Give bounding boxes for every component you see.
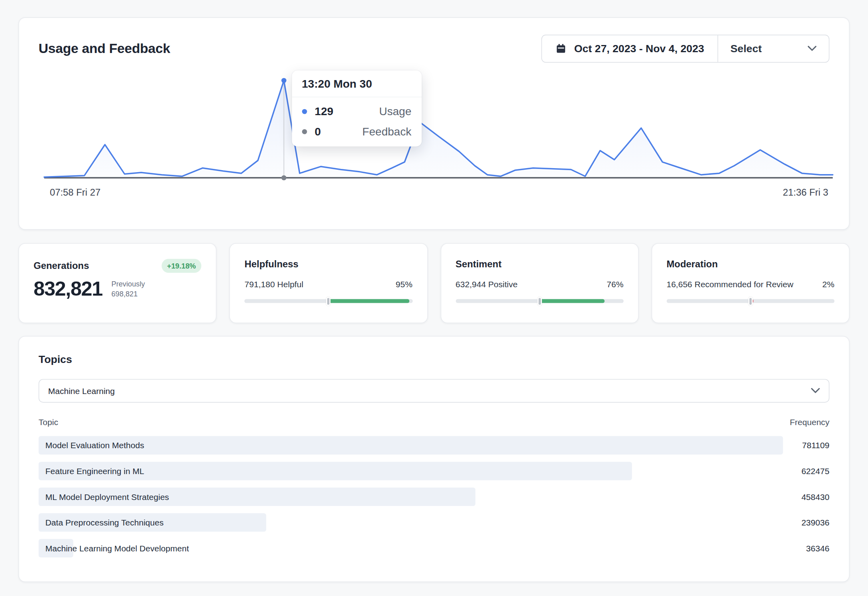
topics-title: Topics [39,353,829,366]
chart-tooltip: 13:20 Mon 30 129 Usage 0 Feedback [292,71,422,147]
chevron-down-icon [807,46,816,51]
x-axis-end-label: 21:36 Fri 3 [783,187,828,198]
slider-track [245,299,412,303]
generations-card: Generations +19.18% 832,821 Previously 6… [18,243,216,323]
tooltip-rows: 129 Usage 0 Feedback [292,97,422,146]
tooltip-feedback-label: Feedback [362,125,411,138]
helpfulness-card: Helpfulness 791,180 Helpful 95% [230,243,428,323]
helpfulness-title: Helpfulness [245,259,412,270]
chart-x-axis: 07:58 Fri 27 21:36 Fri 3 [39,186,829,198]
topics-table-header: Topic Frequency [39,417,829,427]
feedback-dot-icon [302,129,307,134]
generations-change-badge: +19.18% [161,259,202,273]
sentiment-title: Sentiment [456,259,623,270]
tooltip-usage-value: 129 [315,105,344,118]
chevron-down-icon [811,388,820,394]
slider-track [666,299,834,303]
tooltip-usage-label: Usage [379,105,411,118]
helpfulness-percent: 95% [396,280,412,289]
tooltip-row-usage: 129 Usage [302,103,411,120]
topic-row: Model Evaluation Methods 781109 [39,436,829,455]
usage-card-title: Usage and Feedback [39,41,170,56]
topic-select[interactable]: Machine Learning [39,379,829,402]
usage-card-header: Usage and Feedback Oct 27, 2023 - Nov 4,… [39,35,829,63]
usage-feedback-card: Usage and Feedback Oct 27, 2023 - Nov 4,… [18,18,849,230]
topic-label: Machine Learning Model Development [39,539,829,557]
topic-label: Feature Engineering in ML [39,462,829,480]
slider-handle[interactable] [748,296,753,305]
tooltip-time: 13:20 Mon 30 [292,71,422,97]
slider-track [456,299,623,303]
column-header-topic: Topic [39,417,58,427]
moderation-slider[interactable] [666,299,834,303]
topic-label: ML Model Deployment Strategies [39,488,829,506]
topic-row: Feature Engineering in ML 622475 [39,462,829,480]
topics-card: Topics Machine Learning Topic Frequency … [18,336,849,582]
moderation-card: Moderation 16,656 Recommended for Review… [652,243,850,323]
range-select-label: Select [731,43,762,55]
slider-handle[interactable] [537,296,542,305]
sentiment-slider[interactable] [456,299,623,303]
topic-label: Data Preprocessing Techniques [39,513,829,531]
tooltip-feedback-value: 0 [315,125,344,138]
usage-dot-icon [302,109,307,114]
topics-table: Model Evaluation Methods 781109 Feature … [39,436,829,558]
stats-row: Generations +19.18% 832,821 Previously 6… [18,243,849,323]
x-axis-start-label: 07:58 Fri 27 [50,187,100,198]
tooltip-row-feedback: 0 Feedback [302,123,411,140]
column-header-frequency: Frequency [790,417,829,427]
calendar-icon [555,43,566,54]
usage-chart-area: 13:20 Mon 30 129 Usage 0 Feedback 07:58 … [39,66,829,199]
date-range-control: Oct 27, 2023 - Nov 4, 2023 Select [541,35,829,63]
topic-row: ML Model Deployment Strategies 458430 [39,488,829,506]
topic-row: Machine Learning Model Development 36346 [39,539,829,557]
sentiment-stat: 632,944 Positive [456,280,518,289]
generations-title: Generations [33,260,89,271]
moderation-stat: 16,656 Recommended for Review [666,280,793,289]
topic-label: Model Evaluation Methods [39,436,829,455]
topic-row: Data Preprocessing Techniques 239036 [39,513,829,531]
date-range-button[interactable]: Oct 27, 2023 - Nov 4, 2023 [542,35,717,62]
moderation-percent: 2% [822,280,834,289]
generations-previous: Previously 698,821 [111,279,145,299]
slider-handle[interactable] [326,296,331,305]
helpfulness-stat: 791,180 Helpful [245,280,303,289]
slider-fill [540,299,604,303]
generations-value: 832,821 [33,277,102,301]
usage-chart[interactable] [39,66,839,186]
range-select-button[interactable]: Select [718,35,829,62]
date-range-label: Oct 27, 2023 - Nov 4, 2023 [574,43,704,55]
sentiment-card: Sentiment 632,944 Positive 76% [440,243,638,323]
topic-select-value: Machine Learning [48,386,115,396]
helpfulness-slider[interactable] [245,299,412,303]
slider-fill [330,299,409,303]
dashboard: Usage and Feedback Oct 27, 2023 - Nov 4,… [0,0,868,596]
previous-label: Previously [111,279,145,289]
sentiment-percent: 76% [607,280,623,289]
moderation-title: Moderation [666,259,834,270]
previous-value: 698,821 [111,289,145,299]
